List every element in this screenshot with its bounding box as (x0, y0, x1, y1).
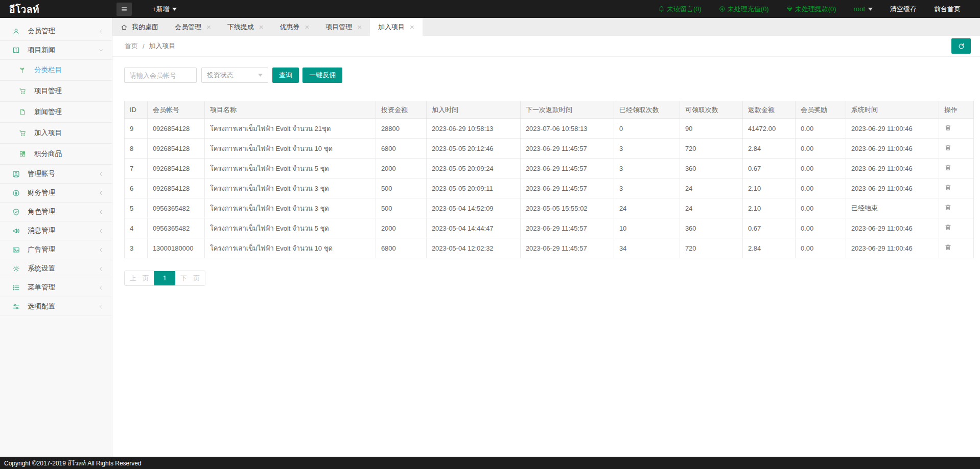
sidebar-item-1[interactable]: 项目新闻 (0, 41, 112, 60)
delete-row-button[interactable] (944, 184, 952, 191)
table-cell: 0926854128 (147, 178, 204, 198)
close-tab-icon[interactable]: × (305, 23, 309, 31)
table-cell: 0.00 (795, 119, 846, 139)
table-cell: 3 (614, 159, 680, 178)
table-cell: 4 (124, 218, 147, 238)
table-cell-actions (939, 178, 973, 198)
tab-label: 下线提成 (227, 23, 254, 32)
table-cell: 2023-05-04 14:44:47 (426, 218, 520, 238)
table-cell: 0.00 (795, 178, 846, 198)
column-header: 会员帐号 (147, 101, 204, 119)
breadcrumb-home-link[interactable]: 首页 (125, 41, 138, 51)
sidebar-item-4[interactable]: 角色管理 (0, 203, 112, 221)
notification-gem[interactable]: 未处理提款(0) (786, 5, 836, 14)
delete-row-button[interactable] (944, 204, 952, 211)
front-home-link[interactable]: 前台首页 (934, 5, 961, 14)
cart-icon (19, 87, 28, 95)
table-cell: 2023-05-05 15:55:02 (520, 198, 614, 218)
pagination-page-1[interactable]: 1 (154, 271, 175, 285)
sidebar-item-3[interactable]: 财务管理 (0, 184, 112, 203)
chevron-left-icon (98, 209, 104, 215)
close-tab-icon[interactable]: × (410, 23, 414, 31)
table-cell: 2023-05-05 20:09:11 (426, 178, 520, 198)
sidebar-subitem-1-4[interactable]: 积分商品 (0, 144, 112, 165)
main-shell: 会员管理项目新闻分类栏目项目管理新闻管理加入项目积分商品管理帐号财务管理角色管理… (0, 18, 980, 457)
invest-status-select[interactable]: 投资状态 (201, 68, 268, 83)
table-cell: 720 (680, 139, 742, 159)
add-new-dropdown[interactable]: +新增 (152, 5, 177, 14)
table-cell: 2023-06-29 11:45:57 (520, 178, 614, 198)
table-cell: 2.84 (742, 139, 795, 159)
tab-0[interactable]: 我的桌面 (112, 18, 167, 36)
sidebar-item-7[interactable]: 系统设置 (0, 259, 112, 278)
sidebar-item-6[interactable]: 广告管理 (0, 240, 112, 259)
close-tab-icon[interactable]: × (357, 23, 362, 31)
table-cell: 6800 (376, 139, 426, 159)
table-cell: 0956365482 (147, 198, 204, 218)
table-cell: 2023-06-29 11:00:46 (846, 159, 939, 178)
sidebar-subitem-label: 积分商品 (34, 149, 62, 159)
sidebar-item-0[interactable]: 会员管理 (0, 22, 112, 41)
delete-row-button[interactable] (944, 164, 952, 171)
tab-4[interactable]: 项目管理× (317, 18, 370, 36)
member-account-input[interactable] (124, 68, 197, 83)
table-cell: โครงการเสาเข็มไฟฟ้า Evolt จำนวน 10 ชุด (204, 139, 376, 159)
sidebar-subitem-1-0[interactable]: 分类栏目 (0, 60, 112, 81)
table-cell: 2023-05-05 20:09:24 (426, 159, 520, 178)
tab-2[interactable]: 下线提成× (219, 18, 272, 36)
tab-3[interactable]: 优惠券× (271, 18, 317, 36)
table-cell: 2023-06-29 11:45:57 (520, 238, 614, 258)
table-cell-actions (939, 238, 973, 258)
search-button[interactable]: 查询 (272, 68, 299, 83)
sidebar-item-5[interactable]: 消息管理 (0, 221, 112, 240)
notification-label: 未处理提款(0) (795, 5, 836, 14)
table-cell: 360 (680, 159, 742, 178)
tab-bar: 我的桌面会员管理×下线提成×优惠券×项目管理×加入项目× (112, 18, 980, 36)
table-cell: 720 (680, 238, 742, 258)
pagination-next-button[interactable]: 下一页 (175, 271, 205, 285)
sidebar-subitem-1-1[interactable]: 项目管理 (0, 81, 112, 102)
chevron-left-icon (98, 228, 104, 234)
delete-row-button[interactable] (944, 144, 952, 151)
sidebar-subitem-label: 项目管理 (34, 86, 62, 96)
table-cell: 0.00 (795, 159, 846, 178)
sidebar-item-label: 菜单管理 (28, 283, 55, 292)
delete-row-button[interactable] (944, 124, 952, 131)
clear-cache-button[interactable]: 清空缓存 (890, 5, 917, 14)
tab-label: 项目管理 (325, 23, 352, 32)
tree-icon (19, 66, 28, 74)
table-row: 90926854128โครงการเสาเข็มไฟฟ้า Evolt จำน… (124, 119, 973, 139)
tab-1[interactable]: 会员管理× (167, 18, 219, 36)
notification-bell[interactable]: 未读留言(0) (658, 5, 702, 14)
sidebar-toggle-button[interactable] (116, 3, 132, 16)
one-key-rebate-button[interactable]: 一键反佣 (302, 68, 342, 83)
table-cell: 2000 (376, 159, 426, 178)
sidebar-item-9[interactable]: 选项配置 (0, 297, 112, 316)
book-icon (12, 47, 21, 54)
delete-row-button[interactable] (944, 243, 952, 251)
table-cell-actions (939, 218, 973, 238)
delete-row-button[interactable] (944, 224, 952, 231)
sidebar-subitem-1-3[interactable]: 加入项目 (0, 123, 112, 144)
table-cell: 2023-06-29 11:45:57 (520, 159, 614, 178)
table-cell: 0 (614, 119, 680, 139)
user-menu[interactable]: root (854, 5, 873, 13)
list-icon (12, 284, 21, 292)
tab-5[interactable]: 加入项目× (370, 18, 423, 36)
table-cell: 2023-06-29 11:45:57 (520, 218, 614, 238)
table-cell: 24 (614, 198, 680, 218)
tab-label: 会员管理 (175, 23, 201, 32)
table-cell: 2023-06-29 11:00:46 (846, 238, 939, 258)
column-header: 系统时间 (846, 101, 939, 119)
sidebar-item-8[interactable]: 菜单管理 (0, 278, 112, 297)
refresh-button[interactable] (951, 38, 971, 54)
sidebar-subitem-1-2[interactable]: 新闻管理 (0, 102, 112, 123)
close-tab-icon[interactable]: × (206, 23, 211, 31)
notification-coin[interactable]: 未处理充值(0) (719, 5, 769, 14)
sidebar-item-2[interactable]: 管理帐号 (0, 165, 112, 184)
table-cell: 24 (680, 178, 742, 198)
close-tab-icon[interactable]: × (259, 23, 264, 31)
table-cell: 0.00 (795, 238, 846, 258)
caret-down-icon (868, 8, 873, 11)
pagination-prev-button[interactable]: 上一页 (125, 271, 154, 285)
